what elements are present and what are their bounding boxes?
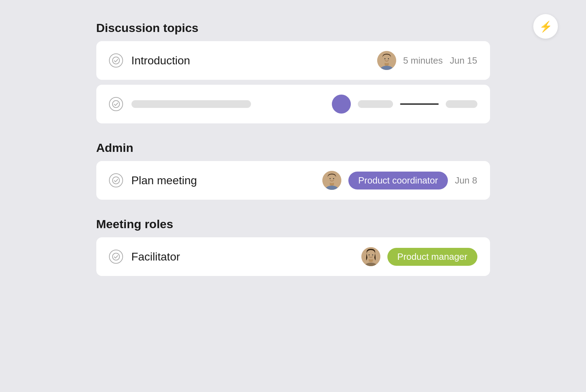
check-circle-facilitator <box>109 250 123 264</box>
skeleton-text-bar <box>131 100 251 108</box>
svg-point-19 <box>367 250 375 259</box>
list-item[interactable]: Plan meeting Product coordinator <box>96 161 490 200</box>
skeleton-dash <box>400 103 439 105</box>
introduction-label: Introduction <box>131 54 369 67</box>
facilitator-label: Facilitator <box>131 250 353 263</box>
avatar-skeleton <box>332 95 351 114</box>
plan-meeting-meta: Product coordinator Jun 8 <box>322 171 477 190</box>
admin-title: Admin <box>96 141 490 155</box>
facilitator-meta: Product manager <box>361 247 477 266</box>
facilitator-badge: Product manager <box>387 248 477 266</box>
plan-meeting-badge: Product coordinator <box>348 172 448 189</box>
svg-point-13 <box>329 178 330 179</box>
skeleton-meta <box>332 95 477 114</box>
list-item[interactable]: Introduction <box>96 41 490 80</box>
list-item[interactable]: Facilitator <box>96 237 490 276</box>
meeting-roles-title: Meeting roles <box>96 217 490 231</box>
list-item[interactable] <box>96 85 490 123</box>
discussion-section: Discussion topics Introduction <box>96 21 490 123</box>
check-circle-plan-meeting <box>109 173 123 187</box>
admin-section: Admin Plan meeting <box>96 141 490 200</box>
meeting-roles-section: Meeting roles Facilitator <box>96 217 490 276</box>
check-circle-introduction <box>109 53 123 68</box>
avatar-plan-meeting <box>322 171 341 190</box>
svg-point-14 <box>333 178 334 179</box>
lightning-icon: ⚡ <box>539 20 552 33</box>
svg-point-7 <box>112 101 120 108</box>
avatar-introduction <box>377 51 396 70</box>
main-container: Discussion topics Introduction <box>47 0 539 302</box>
introduction-meta: 5 minutes Jun 15 <box>377 51 477 70</box>
svg-point-5 <box>384 58 385 59</box>
svg-point-20 <box>369 255 370 256</box>
skeleton-date-bar <box>446 100 477 108</box>
plan-meeting-date: Jun 8 <box>455 175 477 186</box>
skeleton-duration-bar <box>358 100 393 108</box>
svg-point-6 <box>388 58 389 59</box>
check-circle-skeleton <box>109 97 123 111</box>
lightning-button[interactable]: ⚡ <box>533 14 558 39</box>
introduction-duration: 5 minutes <box>403 55 443 66</box>
svg-point-8 <box>112 177 120 184</box>
discussion-title: Discussion topics <box>96 21 490 35</box>
svg-point-4 <box>382 54 391 63</box>
plan-meeting-label: Plan meeting <box>131 174 314 187</box>
svg-point-12 <box>328 174 336 183</box>
avatar-facilitator <box>361 247 380 266</box>
svg-point-21 <box>372 255 373 256</box>
svg-point-15 <box>112 253 120 260</box>
svg-point-0 <box>112 57 120 64</box>
introduction-date: Jun 15 <box>450 55 477 66</box>
